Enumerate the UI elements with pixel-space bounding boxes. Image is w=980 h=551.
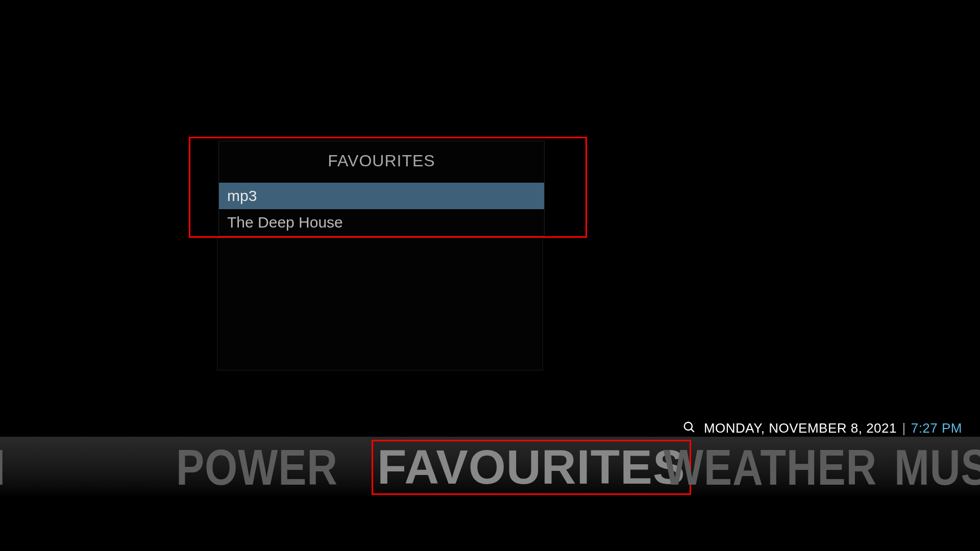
annotation-box-menu: FAVOURITES [372,440,691,495]
main-menu: CH POWER FAVOURITES WEATHER MUSIC [0,437,980,498]
favourites-item-mp3[interactable]: mp3 [219,183,544,209]
menu-item-search-partial[interactable]: CH [0,442,6,493]
menu-item-weather[interactable]: WEATHER [664,442,877,493]
status-time: 7:27 PM [911,420,962,436]
status-date: MONDAY, NOVEMBER 8, 2021 [704,420,897,436]
panel-title: FAVOURITES [219,141,544,183]
status-bar: MONDAY, NOVEMBER 8, 2021 | 7:27 PM [0,420,980,436]
svg-line-1 [691,429,694,432]
status-separator: | [902,420,905,436]
menu-item-music-partial[interactable]: MUSIC [894,442,980,493]
search-icon[interactable] [682,420,696,436]
favourites-item-deep-house[interactable]: The Deep House [219,209,544,236]
svg-point-0 [684,422,692,430]
favourites-panel-lower [217,238,543,370]
annotation-box-panel: FAVOURITES mp3 The Deep House [189,137,587,238]
favourites-panel-wrapper: FAVOURITES mp3 The Deep House [189,137,587,370]
menu-item-favourites[interactable]: FAVOURITES [377,440,685,494]
menu-item-power[interactable]: POWER [176,442,338,493]
favourites-panel: FAVOURITES mp3 The Deep House [218,141,545,236]
